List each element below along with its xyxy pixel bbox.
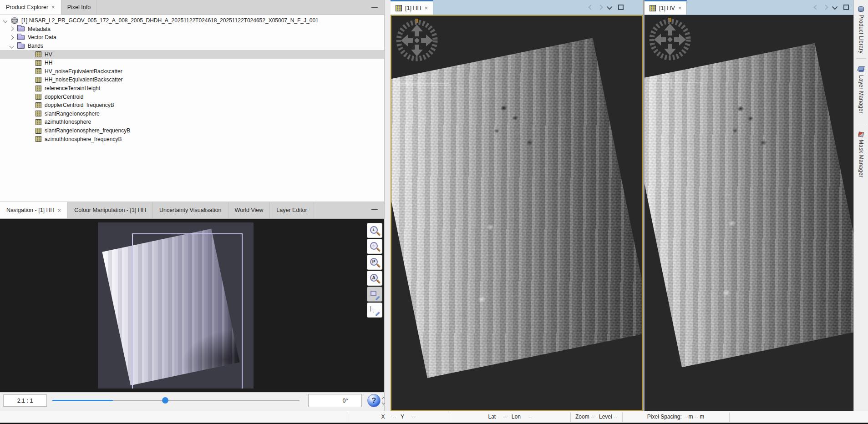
overlay-thumb[interactable] [417,80,419,90]
zoom-all-button[interactable]: A [367,271,382,286]
panel-splitter[interactable] [385,0,391,411]
tree-band-item[interactable]: HV [0,50,384,59]
close-icon[interactable]: × [58,207,61,213]
scroll-right-icon[interactable] [598,5,603,10]
navigation-panel-tab[interactable]: World View × [228,202,270,218]
band-icon [36,94,41,100]
band-label: azimuthIonosphere [45,119,91,125]
navigation-panel-tab[interactable]: Navigation - [1] HH × [0,202,68,218]
tree-band-item[interactable]: azimuthIonosphere [0,118,384,126]
band-label: slantRangeIonosphere [45,111,100,117]
band-icon [396,5,402,11]
product-tree: [1] NISAR_L2_PR_GCOV_005_172_A_008_2005_… [0,15,384,202]
tabbar-controls [589,0,643,15]
sync-cursor-button[interactable] [367,303,382,318]
expand-icon[interactable] [10,35,14,40]
tree-band-item[interactable]: dopplerCentroid [0,92,384,101]
tab-list-dropdown-icon[interactable] [832,4,838,10]
band-icon [36,119,41,125]
tab-product-explorer[interactable]: Product Explorer × [0,0,61,15]
overlay-thumb[interactable] [670,79,672,89]
zoom-all-icon: A [370,274,378,282]
maximize-icon[interactable] [618,5,624,10]
tree-band-item[interactable]: HH [0,59,384,67]
tree-band-item[interactable]: referenceTerrainHeight [0,84,384,93]
hv-image-canvas[interactable] [645,15,853,411]
dock-tab-mask-manager[interactable]: Mask Manager [854,132,868,177]
tree-band-item[interactable]: slantRangeIonosphere_frequencyB [0,126,384,135]
band-label: dopplerCentroid [45,94,83,100]
product-icon [11,17,18,24]
dock-tab-label: Mask Manager [858,140,864,177]
band-icon [36,136,41,142]
minimize-icon[interactable]: — [371,4,378,11]
dock-tab-layer-manager[interactable]: Layer Manager [854,66,868,114]
divider [729,412,730,422]
zoom-slider[interactable] [52,394,299,407]
band-label: HH_noiseEquivalentBackscatter [45,76,122,83]
divider [856,58,866,59]
tab-label: Layer Editor [276,207,307,213]
tab-hh[interactable]: [1] HH × [391,0,433,15]
status-xy: X -- Y -- [347,414,450,420]
zoom-out-icon: − [370,242,378,250]
view-zoom-slider-overlay[interactable] [394,80,449,90]
tab-label: World View [235,207,264,213]
help-button[interactable]: ? [367,394,381,407]
tree-folder-item[interactable]: Vector Data [0,33,384,42]
tab-pixel-info[interactable]: Pixel Info [61,0,97,15]
expand-icon[interactable] [10,27,14,31]
collapse-icon[interactable] [3,18,8,23]
pan-compass-overlay[interactable] [648,18,692,61]
navigation-panel-tab[interactable]: Colour Manipulation - [1] HH × [68,202,153,218]
close-icon[interactable]: × [51,4,55,10]
scroll-right-icon[interactable] [823,5,828,10]
maximize-icon[interactable] [843,5,849,10]
scroll-left-icon[interactable] [588,5,593,10]
tab-hv[interactable]: [1] HV × [645,0,687,15]
tree-band-item[interactable]: HV_noiseEquivalentBackscatter [0,67,384,76]
navigation-canvas[interactable] [98,222,254,389]
folder-label: Metadata [28,26,51,32]
tree-product-root[interactable]: [1] NISAR_L2_PR_GCOV_005_172_A_008_2005_… [0,16,384,25]
left-dock-panel: Product Explorer × Pixel Info — [1] NISA… [0,0,385,411]
zoom-pixel-button[interactable]: P [367,255,382,270]
band-label: slantRangeIonosphere_frequencyB [45,127,130,134]
tree-band-item[interactable]: azimuthIonosphere_frequencyB [0,135,384,143]
tree-band-item[interactable]: HH_noiseEquivalentBackscatter [0,76,384,84]
explorer-tabbar: Product Explorer × Pixel Info — [0,0,384,15]
minimize-icon[interactable]: — [371,206,378,213]
collapse-icon[interactable] [10,44,14,48]
band-icon [36,68,41,74]
tree-band-item[interactable]: dopplerCentroid_frequencyB [0,101,384,110]
band-icon [650,5,656,11]
pan-compass-overlay[interactable] [395,19,439,62]
zoom-out-button[interactable]: − [367,239,382,254]
view-zoom-slider-overlay[interactable] [647,79,702,89]
navigation-thumbnail-area: + − P A [0,219,384,392]
slider-thumb[interactable] [162,397,168,404]
tab-list-dropdown-icon[interactable] [607,4,613,10]
folder-icon [17,35,25,40]
navigation-panel-tab[interactable]: Layer Editor × [270,202,314,218]
zoom-ratio-field[interactable] [3,394,47,407]
pen-icon [375,296,380,301]
close-icon[interactable]: × [424,5,428,11]
dock-tab-product-library[interactable]: Product Library [854,6,868,54]
scroll-left-icon[interactable] [813,5,818,10]
tree-band-item[interactable]: slantRangeIonosphere [0,110,384,118]
tree-folder-bands[interactable]: Bands [0,42,384,50]
zoom-in-button[interactable]: + [367,223,382,238]
sar-image-hv[interactable] [645,43,853,367]
tree-band-list: HV HH HV_noiseEquivalentBackscatter HH_n… [0,50,384,143]
slider-fill [52,400,113,401]
sync-views-button[interactable] [367,287,382,302]
tree-folder-list: Metadata Vector Data [0,25,384,42]
navigation-panel-tab[interactable]: Uncertainty Visualisation × [153,202,228,218]
hh-image-canvas[interactable] [391,15,643,411]
band-label: HV_noiseEquivalentBackscatter [45,68,122,75]
close-icon[interactable]: × [678,5,682,11]
visible-area-rectangle[interactable] [132,233,243,389]
product-library-icon [858,6,864,12]
tree-folder-item[interactable]: Metadata [0,25,384,34]
